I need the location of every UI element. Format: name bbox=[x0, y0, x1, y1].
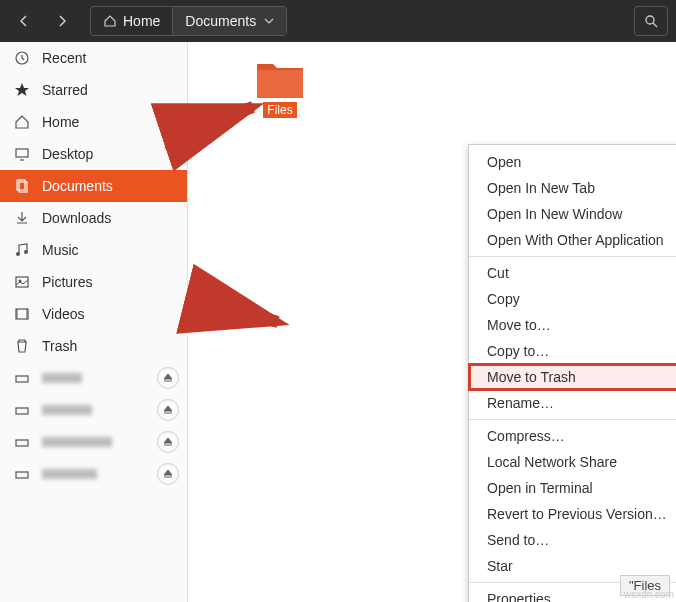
annotation-arrow bbox=[198, 272, 298, 355]
breadcrumb-current-label: Documents bbox=[185, 13, 256, 29]
context-menu: OpenReturn Open In New TabCtrl+Return Op… bbox=[468, 144, 676, 602]
menu-copy[interactable]: CopyCtrl+C bbox=[469, 286, 676, 312]
watermark: wsxdn.com bbox=[624, 589, 674, 600]
folder-icon bbox=[255, 58, 305, 100]
home-icon bbox=[103, 14, 117, 28]
sidebar-item-label: Recent bbox=[42, 50, 86, 66]
sidebar-item-label: Home bbox=[42, 114, 79, 130]
music-icon bbox=[14, 242, 30, 258]
menu-rename[interactable]: Rename…F2 bbox=[469, 390, 676, 416]
drive-label-redacted bbox=[42, 405, 92, 415]
eject-icon bbox=[163, 373, 173, 383]
eject-icon bbox=[163, 469, 173, 479]
sidebar-item-label: Music bbox=[42, 242, 79, 258]
chevron-right-icon bbox=[56, 15, 68, 27]
sidebar-item-downloads[interactable]: Downloads bbox=[0, 202, 187, 234]
eject-button[interactable] bbox=[157, 399, 179, 421]
menu-open-tab[interactable]: Open In New TabCtrl+Return bbox=[469, 175, 676, 201]
menu-separator bbox=[469, 419, 676, 420]
menu-open-window[interactable]: Open In New WindowShift+Return bbox=[469, 201, 676, 227]
svg-point-0 bbox=[646, 16, 654, 24]
sidebar-item-trash[interactable]: Trash bbox=[0, 330, 187, 362]
breadcrumb-home-label: Home bbox=[123, 13, 160, 29]
eject-button[interactable] bbox=[157, 431, 179, 453]
svg-rect-4 bbox=[19, 182, 27, 192]
desktop-icon bbox=[14, 146, 30, 162]
eject-icon bbox=[163, 437, 173, 447]
menu-send-to[interactable]: Send to… bbox=[469, 527, 676, 553]
chevron-down-icon bbox=[264, 18, 274, 24]
sidebar-item-videos[interactable]: Videos bbox=[0, 298, 187, 330]
drive-label-redacted bbox=[42, 437, 112, 447]
svg-point-6 bbox=[24, 250, 28, 254]
sidebar-item-label: Starred bbox=[42, 82, 88, 98]
pictures-icon bbox=[14, 274, 30, 290]
breadcrumb: Home Documents bbox=[90, 6, 287, 36]
sidebar-item-music[interactable]: Music bbox=[0, 234, 187, 266]
sidebar-item-label: Videos bbox=[42, 306, 85, 322]
drive-icon bbox=[14, 466, 30, 482]
sidebar-item-drive[interactable] bbox=[0, 426, 187, 458]
sidebar-item-label: Documents bbox=[42, 178, 113, 194]
eject-button[interactable] bbox=[157, 367, 179, 389]
svg-point-5 bbox=[16, 252, 20, 256]
drive-icon bbox=[14, 434, 30, 450]
menu-cut[interactable]: CutCtrl+X bbox=[469, 260, 676, 286]
menu-open[interactable]: OpenReturn bbox=[469, 149, 676, 175]
svg-rect-2 bbox=[16, 149, 28, 157]
sidebar-item-home[interactable]: Home bbox=[0, 106, 187, 138]
forward-button[interactable] bbox=[46, 7, 78, 35]
sidebar-item-starred[interactable]: Starred bbox=[0, 74, 187, 106]
breadcrumb-home[interactable]: Home bbox=[91, 7, 173, 35]
folder-label: Files bbox=[263, 102, 296, 118]
search-icon bbox=[644, 14, 658, 28]
search-button[interactable] bbox=[634, 6, 668, 36]
eject-button[interactable] bbox=[157, 463, 179, 485]
star-icon bbox=[14, 82, 30, 98]
menu-move-trash[interactable]: Move to TrashDelete bbox=[469, 364, 676, 390]
header-toolbar: Home Documents bbox=[0, 0, 676, 42]
sidebar-item-documents[interactable]: Documents bbox=[0, 170, 187, 202]
sidebar-item-desktop[interactable]: Desktop bbox=[0, 138, 187, 170]
drive-icon bbox=[14, 370, 30, 386]
sidebar-item-label: Trash bbox=[42, 338, 77, 354]
main-panel[interactable]: Files OpenReturn Open In New TabCtrl+Ret… bbox=[188, 42, 676, 602]
menu-move-to[interactable]: Move to… bbox=[469, 312, 676, 338]
breadcrumb-current[interactable]: Documents bbox=[173, 7, 286, 35]
sidebar-item-recent[interactable]: Recent bbox=[0, 42, 187, 74]
sidebar-item-drive[interactable] bbox=[0, 394, 187, 426]
drive-label-redacted bbox=[42, 373, 82, 383]
svg-rect-12 bbox=[16, 440, 28, 446]
sidebar-item-pictures[interactable]: Pictures bbox=[0, 266, 187, 298]
sidebar-item-label: Downloads bbox=[42, 210, 111, 226]
drive-label-redacted bbox=[42, 469, 97, 479]
sidebar-item-label: Desktop bbox=[42, 146, 93, 162]
eject-icon bbox=[163, 405, 173, 415]
download-icon bbox=[14, 210, 30, 226]
home-icon bbox=[14, 114, 30, 130]
drive-icon bbox=[14, 402, 30, 418]
chevron-left-icon bbox=[18, 15, 30, 27]
folder-item[interactable]: Files bbox=[250, 58, 310, 118]
documents-icon bbox=[14, 178, 30, 194]
sidebar: Recent Starred Home Desktop Documents Do… bbox=[0, 42, 188, 602]
svg-rect-11 bbox=[16, 408, 28, 414]
videos-icon bbox=[14, 306, 30, 322]
svg-rect-9 bbox=[16, 309, 28, 319]
menu-terminal[interactable]: Open in Terminal bbox=[469, 475, 676, 501]
trash-icon bbox=[14, 338, 30, 354]
svg-rect-10 bbox=[16, 376, 28, 382]
svg-rect-13 bbox=[16, 472, 28, 478]
sidebar-item-label: Pictures bbox=[42, 274, 93, 290]
sidebar-item-drive[interactable] bbox=[0, 458, 187, 490]
menu-separator bbox=[469, 256, 676, 257]
menu-open-other[interactable]: Open With Other Application bbox=[469, 227, 676, 253]
sidebar-item-drive[interactable] bbox=[0, 362, 187, 394]
menu-revert[interactable]: Revert to Previous Version… bbox=[469, 501, 676, 527]
menu-local-share[interactable]: Local Network Share bbox=[469, 449, 676, 475]
clock-icon bbox=[14, 50, 30, 66]
menu-copy-to[interactable]: Copy to… bbox=[469, 338, 676, 364]
back-button[interactable] bbox=[8, 7, 40, 35]
menu-compress[interactable]: Compress… bbox=[469, 423, 676, 449]
